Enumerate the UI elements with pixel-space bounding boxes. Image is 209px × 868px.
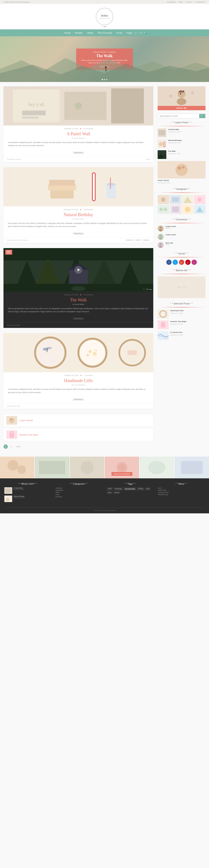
lieke-world-sidebar[interactable]: Lieke's World February 18, 2018 (158, 161, 206, 184)
top-nav-shop[interactable]: Shop (179, 1, 183, 3)
progress-icon[interactable]: ▬ (150, 288, 152, 290)
post-title-pastel-wall[interactable]: A Pastel Wall (3, 130, 153, 137)
selected-post-summer-tote[interactable]: Summer Tote Bags! February 18, 2018 (158, 320, 206, 329)
comment-avatar-2 (158, 234, 164, 240)
instagram-thumb-1[interactable] (158, 195, 169, 204)
nav-facebook-icon[interactable]: f (135, 32, 136, 34)
footer-tag-knitting[interactable]: knitting (137, 487, 144, 491)
footer-tag-handmade[interactable]: handmade (124, 487, 136, 491)
social-pinterest-icon[interactable]: p (185, 259, 190, 265)
footer-meta-comments-rss[interactable]: Comments RSS (158, 492, 205, 493)
footer-cat-handmade[interactable]: Handmade 2 (55, 490, 102, 491)
instagram-thumb-4[interactable] (194, 195, 206, 204)
social-googleplus-icon[interactable]: g+ (179, 259, 184, 265)
footer-meta-entries-rss[interactable]: Entries RSS (158, 490, 205, 491)
small-post-summer-tote[interactable]: Summer Tote Bags! (3, 428, 153, 441)
nav-fonts[interactable]: Fonts (114, 29, 125, 36)
comment-info-1: Cotton Scarf Natalia (165, 225, 206, 229)
nav-slider[interactable]: Slider (85, 29, 96, 36)
footer-meta-wordpress[interactable]: WordPress.org (158, 494, 205, 495)
post-image-natural-birthday[interactable] (3, 167, 153, 206)
footer-post-pastel-wall[interactable]: A Pastel Wall February 18, 2018 (4, 487, 51, 494)
footer-meta-login[interactable]: Log in (158, 487, 205, 489)
strip-item-4[interactable]: Subscribe Newsletter (105, 457, 139, 478)
nav-search-icon[interactable]: 🔍 (144, 32, 147, 34)
video-play-button[interactable] (75, 266, 82, 274)
pagination-older[interactable]: Older › (16, 445, 22, 448)
post-image-pastel-wall[interactable]: hey y'all (3, 86, 153, 125)
svg-point-107 (81, 461, 94, 474)
social-twitter-icon[interactable]: t (173, 259, 178, 265)
post-image-handmade-gifts[interactable] (3, 333, 153, 372)
nav-post-formats[interactable]: Post Formats (96, 29, 114, 36)
strip-item-3[interactable] (70, 457, 104, 478)
footer-cat-other[interactable]: Other 1 (55, 492, 102, 493)
latest-post-thumb-3 (158, 150, 166, 159)
nav-vimeo-icon[interactable]: V (140, 32, 142, 34)
top-nav-someblog[interactable]: SomeBlog (167, 1, 175, 3)
latest-post-the-walk[interactable]: The Walk February 18, 2018 (158, 150, 206, 159)
post-image-the-walk[interactable]: STAFF PICK ⛶ 🔊 ▬ (3, 248, 153, 291)
svg-rect-6 (64, 92, 107, 120)
footer-cat-drawings[interactable]: Drawings (55, 487, 102, 489)
latest-post-pastel-wall[interactable]: A Pastel Wall February 18, 2018 (158, 128, 206, 137)
small-post-liekes-world[interactable]: Lieke's World (3, 414, 153, 427)
footer-tag-flower[interactable]: Flower (113, 491, 120, 494)
subscribe-button[interactable]: Subscribe Newsletter (111, 472, 132, 476)
tag-animals[interactable]: ANIMALS (125, 239, 134, 241)
strip-item-2[interactable] (35, 457, 69, 478)
hero-dot-1[interactable] (102, 79, 103, 80)
selected-post-info-2: Summer Tote Bags! February 18, 2018 (170, 320, 206, 324)
read-more-link-pastel-wall[interactable]: * Read More * (73, 151, 84, 153)
search-input[interactable] (158, 114, 199, 118)
full-width-image-strip: Subscribe Newsletter (0, 457, 209, 478)
volume-icon[interactable]: 🔊 (146, 288, 149, 290)
post-title-natural-birthday[interactable]: Natural Birthday (3, 211, 153, 218)
instagram-thumb-3[interactable] (182, 195, 193, 204)
footer-post-natural-birthday[interactable]: Natural Birthday February 18, 2018 (4, 496, 51, 502)
instagram-thumb-8[interactable] (194, 205, 206, 214)
social-facebook-icon[interactable]: f (166, 259, 172, 265)
footer-cat-personal[interactable]: Personal 1 (55, 496, 102, 497)
strip-item-1[interactable] (0, 457, 34, 478)
hero-dot-2[interactable] (104, 79, 105, 80)
tag-travel[interactable]: TRAVEL (142, 239, 150, 241)
nav-header[interactable]: Header (73, 29, 85, 36)
footer-tag-drawings[interactable]: drawings (114, 487, 123, 491)
instagram-grid (158, 195, 206, 214)
read-more-link-gifts[interactable]: * Read More * (73, 398, 84, 400)
footer-tag-video[interactable]: video (107, 491, 112, 494)
search-button[interactable]: 🔍 (199, 114, 205, 118)
banner-ad-image[interactable]: 350 x 250 (158, 276, 206, 298)
latest-post-natural-birthday[interactable]: Natural Birthday February 18, 2018 (158, 140, 206, 148)
read-more-link-birthday[interactable]: * Read More * (73, 232, 84, 234)
page-btn-1[interactable]: 1 (3, 444, 8, 449)
instagram-thumb-7[interactable] (182, 205, 193, 214)
post-title-handmade-gifts[interactable]: Handmade Gifts (3, 377, 153, 384)
hero-dot-3[interactable] (106, 79, 107, 80)
top-nav-contact[interactable]: Contact (186, 1, 192, 3)
selected-post-colorful-sea[interactable]: A Colorful Sea February 18, 2018 (158, 331, 206, 340)
instagram-thumb-6[interactable] (170, 205, 181, 214)
instagram-thumb-2[interactable] (170, 195, 181, 204)
read-more-link-walk[interactable]: * Read More * (73, 317, 84, 319)
nav-twitter-icon[interactable]: t (138, 32, 138, 34)
svg-point-68 (182, 166, 185, 168)
footer-cat-party[interactable]: Party (55, 494, 102, 495)
strip-item-5[interactable] (139, 457, 174, 478)
fullscreen-icon[interactable]: ⛶ (143, 288, 146, 290)
nav-page[interactable]: Page (125, 29, 134, 36)
page-btn-2[interactable]: 2 (9, 444, 14, 449)
top-nav-customized[interactable]: Customized (195, 1, 205, 3)
strip-item-6[interactable] (175, 457, 209, 478)
nav-home[interactable]: Home (62, 29, 73, 36)
tag-party[interactable]: PARTY (135, 239, 141, 241)
instagram-thumb-5[interactable] (158, 205, 169, 214)
footer-tag-cakes[interactable]: cakes (107, 487, 113, 491)
social-instagram-icon[interactable]: i (191, 259, 197, 265)
selected-post-handmade-gifts[interactable]: Handmade Gifts February 18, 2018 (158, 310, 206, 318)
logo-area: Robin Sewing & Sweets (0, 4, 209, 29)
site-logo[interactable]: Robin Sewing & Sweets (96, 8, 113, 25)
post-title-the-walk[interactable]: The Walk (3, 297, 153, 303)
footer-tag-misc[interactable]: misc (145, 487, 151, 491)
